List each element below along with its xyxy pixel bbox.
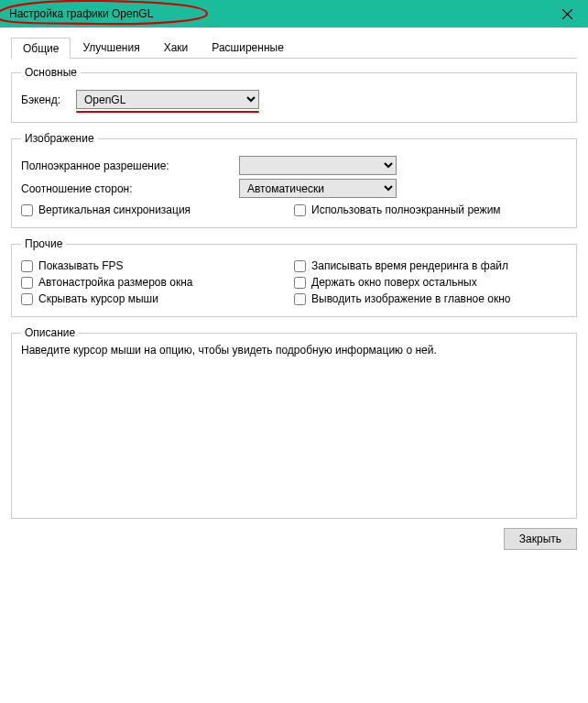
hide-cursor-text: Скрывать курсор мыши [38, 292, 158, 305]
titlebar: Настройка графики OpenGL [0, 0, 588, 27]
log-render-label[interactable]: Записывать время рендеринга в файл [294, 259, 567, 272]
vsync-checkbox[interactable] [21, 204, 33, 216]
legend-display: Изображение [21, 132, 98, 145]
close-button[interactable]: Закрыть [504, 528, 577, 550]
aspect-label: Соотношение сторон: [21, 182, 232, 195]
keep-top-checkbox[interactable] [294, 277, 306, 289]
show-fps-label[interactable]: Показывать FPS [21, 259, 294, 272]
description-text: Наведите курсор мыши на опцию, чтобы уви… [21, 343, 567, 358]
auto-window-label[interactable]: Автонастройка размеров окна [21, 276, 294, 289]
vsync-checkbox-label[interactable]: Вертикальная синхронизация [21, 203, 294, 216]
fullres-select[interactable] [239, 156, 397, 175]
show-fps-text: Показывать FPS [38, 259, 124, 272]
legend-basic: Основные [21, 66, 81, 79]
backend-label: Бэкенд: [21, 93, 69, 106]
fieldset-other: Прочие Показывать FPS Записывать время р… [11, 237, 577, 317]
keep-top-text: Держать окно поверх остальных [311, 276, 477, 289]
render-main-text: Выводить изображение в главное окно [311, 292, 510, 305]
close-icon [562, 9, 572, 19]
fieldset-description: Описание Наведите курсор мыши на опцию, … [11, 326, 577, 519]
log-render-checkbox[interactable] [294, 260, 306, 272]
tab-enhancements[interactable]: Улучшения [71, 37, 151, 58]
hide-cursor-checkbox[interactable] [21, 293, 33, 305]
tab-advanced[interactable]: Расширенные [200, 37, 296, 58]
auto-window-checkbox[interactable] [21, 277, 33, 289]
content-area: Общие Улучшения Хаки Расширенные Основны… [0, 27, 588, 561]
tab-hacks[interactable]: Хаки [152, 37, 201, 58]
tabs: Общие Улучшения Хаки Расширенные [11, 37, 577, 59]
fullscreen-checkbox-label[interactable]: Использовать полноэкранный режим [294, 203, 567, 216]
vsync-text: Вертикальная синхронизация [38, 203, 191, 216]
render-main-checkbox[interactable] [294, 293, 306, 305]
fullres-label: Полноэкранное разрешение: [21, 159, 232, 172]
keep-top-label[interactable]: Держать окно поверх остальных [294, 276, 567, 289]
hide-cursor-label[interactable]: Скрывать курсор мыши [21, 292, 294, 305]
fullscreen-checkbox[interactable] [294, 204, 306, 216]
window-title: Настройка графики OpenGL [9, 7, 153, 20]
window-close-button[interactable] [547, 0, 588, 27]
fieldset-display: Изображение Полноэкранное разрешение: Со… [11, 132, 577, 228]
fieldset-basic: Основные Бэкенд: OpenGL [11, 66, 577, 123]
fullscreen-text: Использовать полноэкранный режим [311, 203, 501, 216]
tab-general[interactable]: Общие [11, 38, 71, 59]
legend-other: Прочие [21, 237, 66, 250]
show-fps-checkbox[interactable] [21, 260, 33, 272]
log-render-text: Записывать время рендеринга в файл [311, 259, 508, 272]
render-main-label[interactable]: Выводить изображение в главное окно [294, 292, 567, 305]
auto-window-text: Автонастройка размеров окна [38, 276, 192, 289]
legend-description: Описание [21, 326, 79, 339]
footer: Закрыть [11, 528, 577, 550]
aspect-select[interactable]: Автоматически [239, 179, 397, 198]
backend-select[interactable]: OpenGL [76, 90, 259, 109]
